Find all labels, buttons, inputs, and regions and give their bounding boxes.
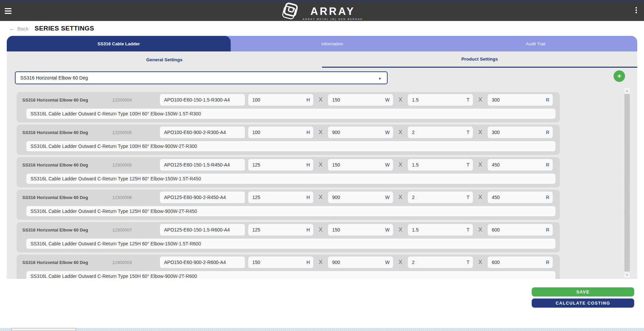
thickness-unit-label: T: [466, 162, 469, 168]
product-row-head: SS316 Horizontal Elbow 60 Deg 12200005 H…: [17, 125, 560, 140]
thickness-field: T: [408, 224, 473, 236]
width-input[interactable]: [328, 260, 393, 265]
calculate-costing-button[interactable]: CALCULATE COSTING: [532, 299, 634, 308]
vertical-scrollbar[interactable]: ▲ ▼: [624, 88, 630, 278]
part-number-input[interactable]: [160, 130, 245, 135]
tab-group: Information Audit Trail: [225, 36, 637, 51]
product-description-input[interactable]: [26, 141, 555, 151]
multiply-separator: X: [313, 96, 328, 103]
thickness-input[interactable]: [408, 227, 473, 233]
series-name-label: SS316 Horizontal Elbow 60 Deg: [22, 260, 112, 265]
width-field: W: [328, 159, 393, 171]
thickness-input[interactable]: [408, 162, 473, 168]
thickness-unit-label: T: [466, 130, 469, 135]
height-input[interactable]: [248, 97, 313, 103]
tab-information[interactable]: Information: [231, 36, 434, 51]
subtab-general-settings[interactable]: General Settings: [7, 51, 322, 68]
part-number-input[interactable]: [160, 260, 245, 265]
app-header: ARRAY ARRAY METAL (M) SDN BERHAD: [0, 1, 644, 21]
series-name-label: SS316 Horizontal Elbow 60 Deg: [22, 130, 112, 135]
height-unit-label: H: [306, 227, 310, 233]
thickness-input[interactable]: [408, 195, 473, 200]
tab-series[interactable]: SS316 Cable Ladder: [7, 36, 231, 51]
multiply-separator: X: [313, 259, 328, 266]
back-button[interactable]: ← Back: [9, 25, 28, 32]
width-unit-label: W: [385, 162, 390, 168]
radius-field: R: [488, 257, 553, 268]
series-name-label: SS316 Horizontal Elbow 60 Deg: [22, 162, 112, 168]
product-description-input[interactable]: [26, 206, 555, 216]
back-label: Back: [17, 26, 28, 31]
product-description-input[interactable]: [26, 239, 555, 249]
horizontal-scrollbar[interactable]: [0, 328, 644, 331]
width-field: W: [328, 192, 393, 203]
radius-input[interactable]: [488, 130, 553, 135]
hamburger-menu-icon[interactable]: [5, 7, 12, 14]
page-title: SERIES SETTINGS: [34, 25, 94, 32]
width-field: W: [328, 94, 393, 106]
multiply-separator: X: [393, 161, 408, 168]
radius-field: R: [488, 192, 553, 203]
thickness-unit-label: T: [466, 260, 469, 265]
width-field: W: [328, 224, 393, 236]
series-name-label: SS316 Horizontal Elbow 60 Deg: [22, 97, 112, 103]
series-select[interactable]: SS316 Horizontal Elbow 60 Deg ▼: [15, 71, 388, 84]
scrollbar-thumb[interactable]: [624, 94, 630, 271]
radius-field: R: [488, 127, 553, 138]
scroll-up-icon[interactable]: ▲: [624, 88, 630, 93]
height-input[interactable]: [248, 130, 313, 135]
product-code-label: 12300005: [112, 162, 160, 168]
width-input[interactable]: [328, 227, 393, 233]
product-description-row: [17, 140, 560, 151]
radius-unit-label: R: [546, 260, 549, 265]
part-number-input[interactable]: [160, 227, 245, 233]
width-input[interactable]: [328, 162, 393, 168]
radius-input[interactable]: [488, 260, 553, 265]
width-field: W: [328, 257, 393, 268]
product-list-viewport: SS316 Horizontal Elbow 60 Deg 12200004 H…: [7, 89, 637, 279]
radius-input[interactable]: [488, 195, 553, 200]
series-select-value: SS316 Horizontal Elbow 60 Deg: [20, 75, 88, 81]
product-description-row: [17, 173, 560, 184]
multiply-separator: X: [313, 194, 328, 201]
radius-input[interactable]: [488, 97, 553, 103]
kebab-menu-icon[interactable]: [635, 7, 638, 13]
product-description-input[interactable]: [26, 109, 555, 119]
thickness-input[interactable]: [408, 260, 473, 265]
part-number-input[interactable]: [160, 97, 245, 103]
series-name-label: SS316 Horizontal Elbow 60 Deg: [22, 227, 112, 233]
multiply-separator: X: [393, 96, 408, 103]
height-input[interactable]: [248, 195, 313, 200]
product-description-input[interactable]: [26, 271, 555, 279]
scroll-down-icon[interactable]: ▼: [624, 272, 630, 278]
product-row-head: SS316 Horizontal Elbow 60 Deg 12300005 H…: [17, 157, 560, 173]
part-number-input[interactable]: [160, 162, 245, 168]
height-unit-label: H: [306, 97, 310, 103]
height-unit-label: H: [306, 130, 310, 135]
radius-unit-label: R: [546, 97, 549, 103]
product-description-row: [17, 205, 560, 216]
tab-audit-trail[interactable]: Audit Trail: [434, 36, 637, 51]
part-number-input[interactable]: [160, 195, 245, 200]
height-field: H: [248, 159, 313, 171]
save-button[interactable]: SAVE: [532, 287, 634, 296]
thickness-input[interactable]: [408, 130, 473, 135]
product-description-input[interactable]: [26, 174, 555, 184]
subtab-product-settings[interactable]: Product Settings: [322, 51, 637, 68]
radius-input[interactable]: [488, 227, 553, 233]
thickness-unit-label: T: [466, 195, 469, 200]
brand-name: ARRAY: [310, 6, 355, 17]
width-input[interactable]: [328, 97, 393, 103]
thickness-input[interactable]: [408, 97, 473, 103]
height-input[interactable]: [248, 227, 313, 233]
height-input[interactable]: [248, 162, 313, 168]
horizontal-scrollbar-thumb[interactable]: [11, 328, 76, 331]
width-input[interactable]: [328, 195, 393, 200]
height-input[interactable]: [248, 260, 313, 265]
multiply-separator: X: [473, 259, 488, 266]
series-name-label: SS316 Horizontal Elbow 60 Deg: [22, 195, 112, 200]
width-input[interactable]: [328, 130, 393, 135]
radius-input[interactable]: [488, 162, 553, 168]
add-product-button[interactable]: +: [614, 70, 625, 82]
multiply-separator: X: [473, 194, 488, 201]
